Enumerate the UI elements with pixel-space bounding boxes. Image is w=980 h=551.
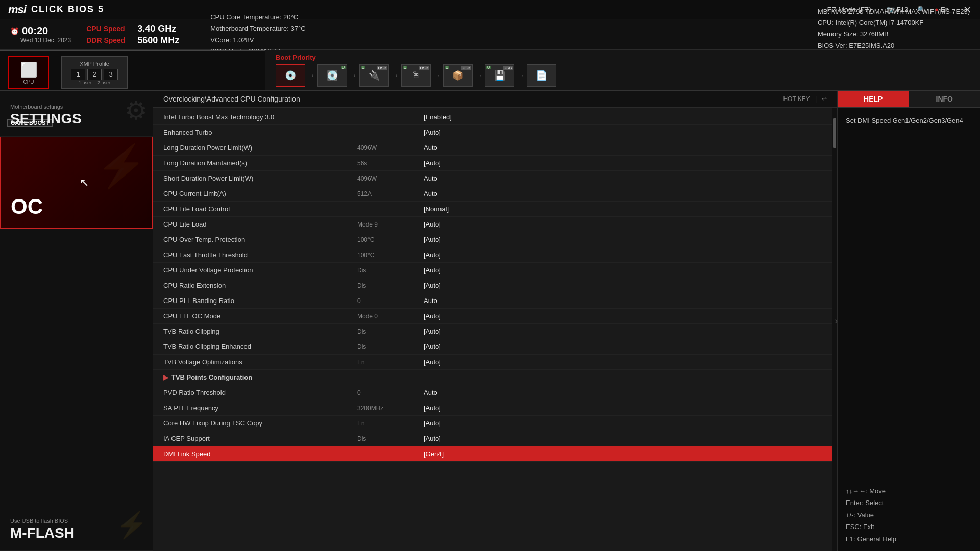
setting-name-label: TVB Ratio Clipping Enhanced [163, 343, 357, 350]
section-name: TVB Points Configuration [172, 373, 365, 381]
setting-row[interactable]: CPU PLL Banding Ratio 0 Auto [153, 293, 832, 309]
setting-value-label: [Auto] [424, 435, 441, 442]
setting-row[interactable]: CPU Lite Load Mode 9 [Auto] [153, 217, 832, 232]
setting-name-label: DMI Link Speed [163, 450, 357, 458]
scroll-thumb[interactable] [833, 118, 836, 148]
settings-table[interactable]: Intel Turbo Boost Max Technology 3.0 [En… [153, 108, 832, 551]
setting-row[interactable]: IA CEP Support Dis [Auto] [153, 431, 832, 446]
boot-arrow-6: → [517, 71, 525, 80]
panel-collapse-arrow[interactable]: › [835, 316, 838, 327]
cpu-speed-row: CPU Speed 3.40 GHz [86, 23, 179, 34]
sidebar-item-oc[interactable]: ⚡ ↖ OC [0, 137, 153, 229]
setting-value2: En [357, 420, 424, 427]
setting-row[interactable]: TVB Ratio Clipping Dis [Auto] [153, 324, 832, 339]
setting-value2: Mode 0 [357, 313, 424, 320]
sidebar-item-mflash[interactable]: ⚡ Use USB to flash BIOS M-FLASH [0, 505, 153, 551]
setting-row[interactable]: Long Duration Power Limit(W) 4096W Auto [153, 140, 832, 156]
boot-device-3[interactable]: 🔌 USB U [359, 64, 389, 87]
speed-info: CPU Speed 3.40 GHz DDR Speed 5600 MHz [86, 23, 179, 46]
hotkey-area: HOT KEY | ↩ [783, 95, 827, 103]
setting-row[interactable]: TVB Ratio Clipping Enhanced Dis [Auto] [153, 339, 832, 355]
setting-value-label: [Auto] [424, 129, 441, 136]
boot-device-5[interactable]: 📦 USB U [443, 64, 473, 87]
sidebar-item-settings[interactable]: ⚙ Motherboard settings SETTINGS [0, 91, 153, 137]
setting-name-label: Enhanced Turbo [163, 129, 357, 136]
setting-name-label: CPU Lite Load Control [163, 205, 357, 213]
setting-name-label: CPU PLL Banding Ratio [163, 297, 357, 305]
footer-line: F1: General Help [846, 533, 972, 545]
footer-line: ESC: Exit [846, 521, 972, 533]
setting-value-label: [Enabled] [424, 113, 452, 121]
vcore: VCore: 1.028V [210, 35, 332, 46]
setting-row[interactable]: Enhanced Turbo [Auto] [153, 125, 832, 140]
setting-row[interactable]: ▶TVB Points Configuration [153, 370, 832, 385]
setting-name-label: CPU Lite Load [163, 220, 357, 228]
setting-value2: Dis [357, 282, 424, 289]
setting-row[interactable]: PVD Ratio Threshold 0 Auto [153, 385, 832, 400]
boot-arrow-1: → [307, 71, 315, 80]
setting-row[interactable]: TVB Voltage Optimizations En [Auto] [153, 355, 832, 370]
back-icon[interactable]: ↩ [822, 95, 827, 103]
setting-row[interactable]: CPU FLL OC Mode Mode 0 [Auto] [153, 309, 832, 324]
setting-row[interactable]: CPU Fast Throttle Threshold 100°C [Auto] [153, 247, 832, 263]
cpu-name: CPU: Intel(R) Core(TM) i7-14700KF [818, 17, 970, 29]
setting-name-label: CPU Current Limit(A) [163, 190, 357, 197]
content-area: Overclocking\Advanced CPU Configuration … [153, 91, 837, 551]
settings-bg-icon: ⚙ [125, 96, 148, 126]
file-icon: 📄 [536, 70, 547, 81]
mouse-cursor: ↖ [80, 176, 89, 189]
cpu-boost-button[interactable]: ⬜ CPU [8, 56, 49, 89]
xmp-user-labels: 1 user 2 user [79, 80, 110, 85]
xmp-btn-2[interactable]: 2 [87, 69, 102, 80]
setting-name-label: Short Duration Power Limit(W) [163, 174, 357, 182]
setting-row[interactable]: DMI Link Speed [Gen4] [153, 446, 832, 462]
boot-device-4[interactable]: 🖱 USB U [401, 64, 431, 87]
xmp-btn-1[interactable]: 1 [71, 69, 85, 80]
setting-value2: En [357, 359, 424, 366]
mb-name: MB: MAG Z790 TOMAHAWK MAX WIFI (MS-7E25) [818, 6, 970, 17]
setting-value-label: [Auto] [424, 358, 441, 366]
tab-info[interactable]: INFO [909, 91, 981, 107]
setting-name-label: TVB Voltage Optimizations [163, 358, 357, 366]
setting-value-label: [Auto] [424, 282, 441, 289]
boot-device-2[interactable]: 💽 U [317, 64, 347, 87]
setting-row[interactable]: Core HW Fixup During TSC Copy En [Auto] [153, 416, 832, 431]
breadcrumb: Overclocking\Advanced CPU Configuration [163, 95, 300, 103]
setting-row[interactable]: SA PLL Frequency 3200MHz [Auto] [153, 400, 832, 416]
setting-value-label: Auto [424, 389, 437, 396]
boot-arrow-4: → [433, 71, 441, 80]
boot-arrow-5: → [475, 71, 483, 80]
setting-value2: Mode 9 [357, 221, 424, 228]
right-tabs: HELP INFO [838, 91, 980, 108]
setting-name-label: TVB Ratio Clipping [163, 328, 357, 335]
boot-device-6[interactable]: 💾 USB U [485, 64, 514, 87]
hdd-icon: 💿 [285, 70, 296, 81]
ddr-speed-row: DDR Speed 5600 MHz [86, 35, 179, 46]
xmp-profile-box[interactable]: XMP Profile 1 2 3 1 user 2 user [61, 56, 128, 89]
setting-row[interactable]: CPU Over Temp. Protection 100°C [Auto] [153, 232, 832, 247]
boot-device-1[interactable]: 💿 [276, 64, 305, 87]
scrollbar[interactable] [832, 108, 837, 551]
right-panel-footer: ↑↓→←: MoveEnter: Select+/-: ValueESC: Ex… [838, 479, 980, 551]
sidebar: ⚙ Motherboard settings SETTINGS ⚡ ↖ OC ⚡… [0, 91, 153, 551]
boot-device-7[interactable]: 📄 [527, 64, 556, 87]
setting-row[interactable]: Intel Turbo Boost Max Technology 3.0 [En… [153, 110, 832, 125]
setting-row[interactable]: CPU Ratio Extension Dis [Auto] [153, 278, 832, 293]
setting-value-label: Auto [424, 174, 437, 182]
xmp-btn-3[interactable]: 3 [104, 69, 118, 80]
bios-title: CLICK BIOS 5 [31, 4, 104, 15]
setting-row[interactable]: CPU Lite Load Control [Normal] [153, 202, 832, 217]
hotkey-separator: | [815, 95, 817, 103]
setting-name-label: CPU Over Temp. Protection [163, 236, 357, 243]
setting-value-label: [Auto] [424, 328, 441, 335]
usb-icon-4: 💾 [494, 70, 505, 81]
setting-row[interactable]: Long Duration Maintained(s) 56s [Auto] [153, 156, 832, 171]
setting-row[interactable]: CPU Under Voltage Protection Dis [Auto] [153, 263, 832, 278]
ddr-speed-label: DDR Speed [86, 36, 132, 44]
setting-row[interactable]: CPU Current Limit(A) 512A Auto [153, 186, 832, 202]
footer-line: +/-: Value [846, 509, 972, 521]
tab-help[interactable]: HELP [838, 91, 909, 107]
oc-title: OC [11, 194, 142, 219]
setting-row[interactable]: Short Duration Power Limit(W) 4096W Auto [153, 171, 832, 186]
content-wrapper: Intel Turbo Boost Max Technology 3.0 [En… [153, 108, 837, 551]
